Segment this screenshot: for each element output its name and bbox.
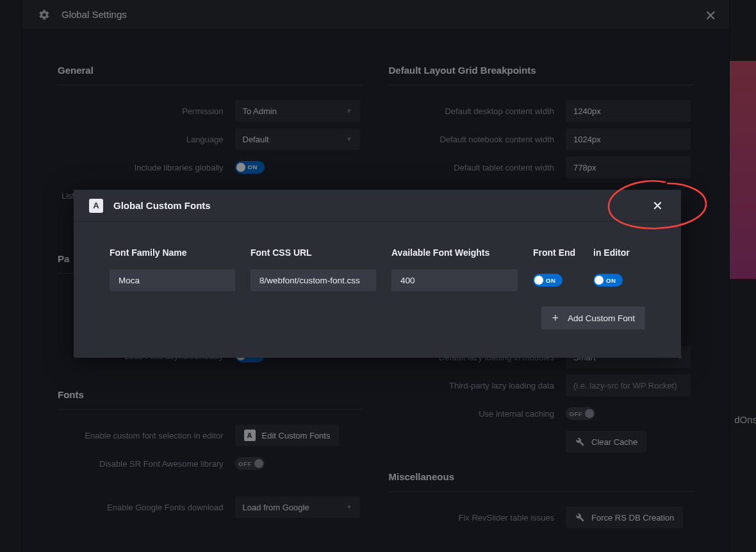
input-placeholder: (i.e. lazy-src for WP Rocket) xyxy=(573,381,677,390)
notebook-width-input[interactable]: 1024px xyxy=(566,128,691,150)
button-label: Clear Cache xyxy=(591,437,637,447)
thirdparty-lazy-input[interactable]: (i.e. lazy-src for WP Rocket) xyxy=(566,374,691,396)
font-weights-input[interactable] xyxy=(391,269,518,291)
fix-table-label: Fix RevSlider table issues xyxy=(389,513,566,523)
desktop-width-input[interactable]: 1240px xyxy=(566,100,691,122)
desktop-width-label: Default desktop content width xyxy=(389,106,566,116)
gear-icon xyxy=(38,9,50,21)
section-general-title: General xyxy=(58,65,363,76)
divider xyxy=(389,491,694,492)
thirdparty-lazy-label: Third-party lazy loading data xyxy=(389,381,566,390)
divider xyxy=(58,85,363,85)
permission-label: Permission xyxy=(58,106,235,116)
language-select[interactable]: Default ▼ xyxy=(235,128,360,150)
divider xyxy=(389,85,694,85)
toggle-state: OFF xyxy=(570,410,583,417)
font-css-input[interactable] xyxy=(251,269,376,291)
frontend-label: Front End xyxy=(533,247,578,258)
font-name-input[interactable] xyxy=(110,269,235,291)
input-value: 778px xyxy=(573,163,596,172)
button-label: Force RS DB Creation xyxy=(591,513,674,523)
enable-google-fonts-label: Enable Google Fonts download xyxy=(58,503,235,512)
toggle-state: ON xyxy=(546,277,555,284)
google-fonts-value: Load from Google xyxy=(243,503,309,512)
wrench-icon xyxy=(575,512,585,523)
modal-close-button[interactable]: ✕ xyxy=(650,197,666,215)
font-icon: A xyxy=(244,430,256,441)
custom-fonts-modal: A Global Custom Fonts ✕ Font Family Name… xyxy=(74,190,681,358)
language-label: Language xyxy=(58,135,235,144)
disable-fa-toggle[interactable]: OFF xyxy=(235,457,265,470)
clear-cache-button[interactable]: Clear Cache xyxy=(566,431,646,453)
section-fonts-title: Fonts xyxy=(58,389,363,400)
input-value: 1240px xyxy=(573,106,601,116)
settings-close-button[interactable]: ✕ xyxy=(705,8,716,24)
toggle-state: OFF xyxy=(238,460,252,467)
modal-body: Font Family Name Font CSS URL Available … xyxy=(74,222,681,358)
chevron-down-icon: ▼ xyxy=(347,504,352,510)
font-css-label: Font CSS URL xyxy=(251,247,376,258)
section-breakpoints-title: Default Layout Grid Breakpoints xyxy=(389,65,694,76)
plus-icon: + xyxy=(552,312,559,324)
enable-custom-fonts-label: Enable custom font selection in editor xyxy=(58,431,235,440)
force-db-button[interactable]: Force RS DB Creation xyxy=(566,506,683,528)
divider xyxy=(58,409,363,410)
language-value: Default xyxy=(243,135,269,144)
modal-header: A Global Custom Fonts ✕ xyxy=(74,190,681,222)
section-misc-title: Miscellaneous xyxy=(389,471,694,482)
toggle-state: ON xyxy=(248,163,258,171)
font-icon: A xyxy=(89,199,103,213)
input-value: 1024px xyxy=(573,135,601,144)
include-libraries-toggle[interactable]: ON xyxy=(235,161,265,174)
settings-title: Global Settings xyxy=(62,9,127,20)
frontend-toggle[interactable]: ON xyxy=(533,274,563,287)
permission-select[interactable]: To Admin ▼ xyxy=(235,100,360,122)
internal-cache-label: Use internal caching xyxy=(389,409,566,419)
google-fonts-select[interactable]: Load from Google ▼ xyxy=(235,496,360,518)
modal-title: Global Custom Fonts xyxy=(113,200,211,211)
background-accent xyxy=(729,61,756,279)
in-editor-toggle[interactable]: ON xyxy=(593,274,623,287)
permission-value: To Admin xyxy=(243,106,277,116)
toggle-state: ON xyxy=(606,277,616,284)
font-fields-row: Font Family Name Font CSS URL Available … xyxy=(110,247,645,291)
edit-custom-fonts-button[interactable]: A Edit Custom Fonts xyxy=(235,424,340,446)
font-weights-label: Available Font Weights xyxy=(391,247,518,258)
tablet-width-input[interactable]: 778px xyxy=(566,156,691,178)
include-libraries-label: Include libraries globally xyxy=(58,163,235,172)
chevron-down-icon: ▼ xyxy=(347,108,352,114)
internal-cache-toggle[interactable]: OFF xyxy=(566,407,595,420)
button-label: Edit Custom Fonts xyxy=(262,431,331,440)
font-name-label: Font Family Name xyxy=(110,247,235,258)
disable-fa-label: Disable SR Font Awesome library xyxy=(58,459,235,469)
wrench-icon xyxy=(575,437,585,447)
background-text-fragment: dOns xyxy=(734,414,756,425)
settings-header: Global Settings ✕ xyxy=(22,0,729,29)
notebook-width-label: Default notebook content width xyxy=(389,135,566,144)
add-custom-font-button[interactable]: + Add Custom Font xyxy=(541,306,645,330)
chevron-down-icon: ▼ xyxy=(347,136,352,142)
in-editor-label: in Editor xyxy=(593,247,638,258)
tablet-width-label: Default tablet content width xyxy=(389,163,566,172)
button-label: Add Custom Font xyxy=(568,314,635,323)
